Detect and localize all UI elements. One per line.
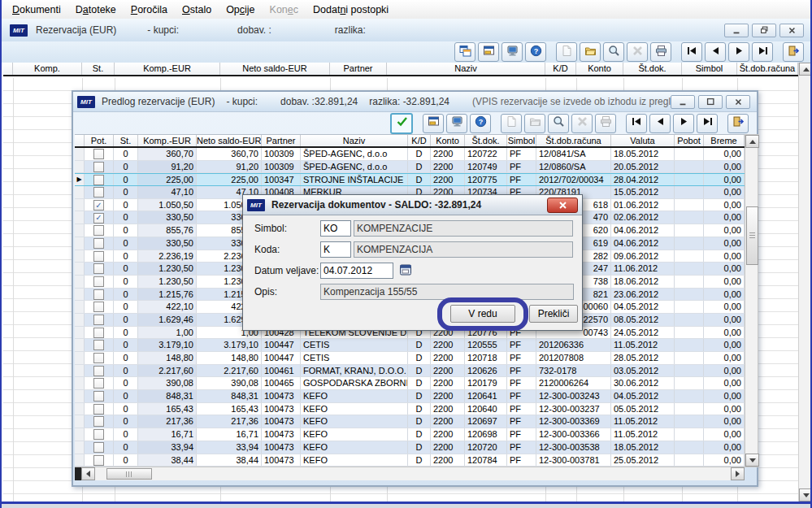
menu-item-ostalo[interactable]: Ostalo (175, 2, 219, 18)
row-checkbox[interactable] (93, 340, 104, 350)
delete-button[interactable] (571, 114, 593, 133)
nav-next-button[interactable] (673, 114, 694, 133)
window-list-button[interactable] (423, 114, 444, 133)
monitor-button[interactable] (446, 114, 467, 133)
row-checkbox[interactable]: ✓ (93, 200, 104, 211)
table-row[interactable]: 0848,31848,31100473KEFOD2200120641PF12-3… (75, 390, 745, 403)
row-checkbox[interactable] (93, 455, 104, 466)
row-checkbox[interactable] (93, 175, 104, 185)
column-header-partner[interactable]: Partner (262, 135, 301, 146)
column-header-komp-eur[interactable]: Komp.-EUR (138, 135, 197, 146)
row-checkbox[interactable] (93, 238, 104, 249)
table-row[interactable]: 016,7116,71100473KEFOD2200120698PF12-300… (75, 428, 745, 441)
datum-veljave-input[interactable] (320, 263, 393, 279)
row-checkbox[interactable] (93, 442, 104, 453)
column-header--t-dob-ra-una[interactable]: Št.dob.računa (737, 63, 798, 75)
row-checkbox[interactable]: ✓ (93, 213, 104, 224)
maximize-button[interactable] (698, 95, 723, 109)
column-header-neto-saldo-eur[interactable]: Neto saldo-EUR (197, 135, 262, 146)
help-button[interactable]: ? (470, 114, 491, 133)
table-row[interactable]: 033,9433,94100473KEFOD2200120720PF12-300… (75, 441, 745, 454)
row-checkbox[interactable] (93, 404, 104, 415)
row-checkbox[interactable] (93, 391, 104, 402)
menu-item-poro-ila[interactable]: Poročila (124, 2, 175, 18)
row-checkbox[interactable] (93, 328, 104, 338)
column-header-pobot[interactable]: Pobot (675, 135, 704, 146)
row-checkbox[interactable] (93, 149, 104, 159)
row-checkbox[interactable] (93, 187, 104, 198)
column-header-konto[interactable]: Konto (576, 63, 623, 75)
table-horizontal-scrollbar[interactable] (75, 467, 745, 480)
row-checkbox[interactable] (93, 289, 104, 300)
windows-switch-button[interactable] (454, 42, 475, 62)
exit-button[interactable] (783, 42, 804, 62)
open-folder-button[interactable] (580, 42, 601, 62)
close-button[interactable] (779, 24, 804, 37)
row-checkbox[interactable] (93, 225, 104, 236)
menu-item-dodatni-postopki[interactable]: Dodatni postopki (306, 2, 396, 18)
monitor-button[interactable] (502, 42, 523, 62)
table-row[interactable]: 038,4438,44100473KEFOD2200120784PF12-300… (75, 454, 745, 467)
row-checkbox[interactable] (93, 263, 104, 274)
outer-vertical-scrollbar[interactable] (798, 63, 812, 501)
menu-item-konec[interactable]: Konec (263, 2, 306, 18)
minimize-button[interactable] (671, 95, 695, 109)
koda-code-input[interactable] (320, 241, 351, 258)
row-checkbox[interactable] (93, 315, 104, 325)
row-checkbox[interactable] (93, 378, 104, 389)
table-row[interactable]: 0390,08390,08100465GOSPODARSKA ZBORNICA … (75, 377, 745, 390)
column-header-breme[interactable]: Breme (704, 135, 745, 146)
calendar-icon[interactable] (399, 263, 412, 276)
search-button[interactable] (603, 42, 624, 62)
delete-button[interactable] (627, 42, 648, 62)
table-row[interactable]: 0217,36217,36100473KEFOD2200120697PF12-3… (75, 415, 745, 428)
nav-first-button[interactable] (681, 42, 702, 62)
print-button[interactable] (650, 42, 671, 62)
column-header-k-d[interactable]: K/D (545, 63, 576, 75)
open-folder-button[interactable] (524, 114, 545, 133)
menu-item-datoteke[interactable]: Datoteke (68, 2, 124, 18)
column-header-valuta[interactable]: Valuta (611, 135, 675, 146)
column-header-naziv[interactable]: Naziv (387, 63, 545, 75)
help-button[interactable]: ? (525, 42, 546, 62)
new-document-button[interactable] (556, 42, 577, 62)
row-checkbox[interactable] (93, 162, 104, 172)
column-header-partner[interactable]: Partner (330, 63, 387, 75)
column-header--t-dob-ra-una[interactable]: Št.dob.računa (536, 135, 611, 146)
table-vertical-scrollbar[interactable] (745, 134, 758, 467)
nav-last-button[interactable] (752, 42, 773, 62)
simbol-code-input[interactable] (320, 220, 351, 237)
table-row[interactable]: 0165,43165,43100473KEFOD2200120640PF12-3… (75, 403, 745, 416)
column-header--t-dok-[interactable]: Št.dok. (465, 135, 507, 146)
table-row[interactable]: 091,2091,20100309ŠPED-AGENC, d.o.oD22001… (75, 161, 745, 174)
table-row[interactable]: 0360,70360,70100309ŠPED-AGENC, d.o.oD220… (75, 148, 745, 161)
menu-item-dokumenti[interactable]: Dokumenti (5, 2, 68, 18)
search-button[interactable] (548, 114, 569, 133)
column-header-simbol[interactable]: Simbol (507, 135, 536, 146)
close-button[interactable] (726, 95, 750, 109)
minimize-button[interactable] (724, 24, 749, 37)
dialog-close-button[interactable] (547, 198, 578, 213)
column-header-simbol[interactable]: Simbol (682, 63, 737, 75)
row-checkbox[interactable] (93, 366, 104, 376)
scrollbar-thumb[interactable] (746, 206, 758, 265)
scroll-right-button[interactable] (731, 467, 745, 480)
nav-next-button[interactable] (728, 42, 749, 62)
row-checkbox[interactable] (93, 251, 104, 262)
confirm-check-button[interactable] (390, 113, 413, 134)
new-document-button[interactable] (501, 114, 522, 133)
table-row[interactable]: 03.179,103.179,10100447CETISD2200120555P… (75, 339, 745, 352)
scroll-down-button[interactable] (745, 454, 759, 467)
scroll-down-button[interactable] (799, 488, 812, 501)
column-splitter[interactable] (75, 467, 81, 480)
restore-button[interactable] (752, 24, 776, 37)
nav-prev-button[interactable] (705, 42, 726, 62)
column-header-st-[interactable]: St. (114, 135, 138, 146)
scroll-up-button[interactable] (799, 63, 812, 76)
scrollbar-thumb[interactable] (106, 468, 152, 480)
nav-first-button[interactable] (626, 114, 647, 133)
row-checkbox[interactable] (93, 429, 104, 440)
column-header-komp-[interactable]: Komp. (13, 63, 82, 75)
table-row[interactable]: 0148,80148,80100447CETISD2200120718PF201… (75, 352, 745, 365)
column-header-neto-saldo-eur[interactable]: Neto saldo-EUR (220, 63, 330, 75)
